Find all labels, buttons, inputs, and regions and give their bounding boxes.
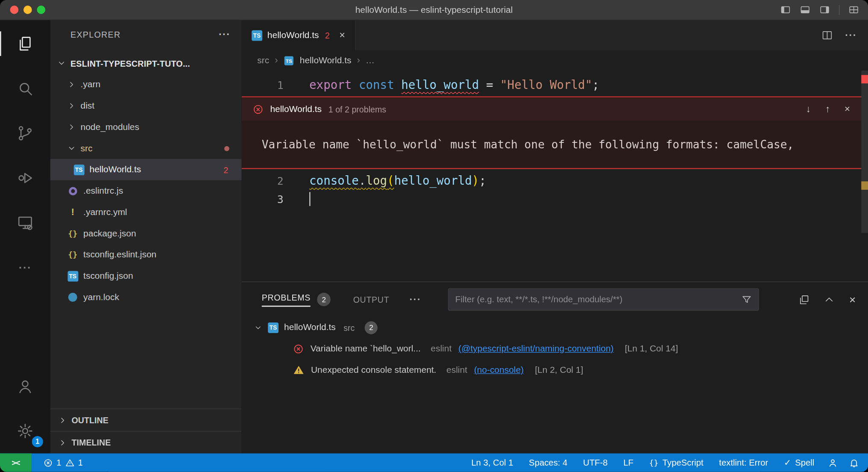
additional-views-icon[interactable]: ··· [0, 245, 50, 290]
editor-scrollbar[interactable] [861, 71, 868, 282]
title-bar: helloWorld.ts — eslint-typescript-tutori… [0, 0, 868, 20]
minimize-window-button[interactable] [23, 6, 32, 14]
feedback-person-icon[interactable] [822, 457, 844, 468]
sidebar-item-yarn-folder[interactable]: .yarn [50, 74, 242, 95]
timeline-section-header[interactable]: TIMELINE [50, 431, 242, 453]
json-file-icon: {} [67, 250, 78, 259]
code-line-2[interactable]: 2 console.log(hello_world); [242, 171, 868, 190]
tab-problems[interactable]: PROBLEMS 2 [262, 292, 331, 307]
peek-message-area[interactable]: Variable name `hello_world` must match o… [242, 121, 862, 168]
problems-filter-input[interactable] [455, 295, 737, 305]
file-label: .eslintrc.js [83, 186, 123, 196]
activity-bar: ··· 1 [0, 20, 50, 453]
window-title: helloWorld.ts — eslint-typescript-tutori… [0, 5, 868, 15]
sidebar-item-dist-folder[interactable]: dist [50, 95, 242, 117]
problem-source: eslint [431, 344, 452, 354]
editor-actions: ··· [821, 20, 868, 50]
warning-icon [65, 458, 74, 467]
file-label: tsconfig.json [83, 271, 133, 281]
error-icon [253, 104, 264, 115]
problems-file-group[interactable]: TS helloWorld.ts src 2 [242, 317, 868, 338]
problem-row-error[interactable]: Variable name `hello_worl... eslint (@ty… [242, 338, 868, 360]
toggle-sidebar-icon[interactable] [780, 4, 791, 15]
breadcrumb-symbol[interactable]: … [366, 56, 375, 66]
open-in-editor-icon[interactable] [799, 294, 809, 305]
sidebar-item-tsconfig-file[interactable]: TS tsconfig.json [50, 266, 242, 287]
tab-output[interactable]: OUTPUT [353, 295, 390, 304]
breadcrumb-file[interactable]: helloWorld.ts [300, 56, 352, 66]
run-debug-icon[interactable] [0, 156, 50, 201]
yaml-file-icon: ! [67, 206, 78, 218]
tab-helloworld[interactable]: TS helloWorld.ts 2 × [242, 20, 356, 50]
close-panel-icon[interactable]: × [849, 293, 856, 306]
sidebar-item-yarnrc-file[interactable]: ! .yarnrc.yml [50, 201, 242, 223]
explorer-more-actions-icon[interactable]: ··· [219, 28, 230, 40]
toggle-secondary-sidebar-icon[interactable] [819, 4, 830, 15]
code-editor[interactable]: 1 export const hello_world = "Hello Worl… [242, 71, 868, 282]
end-of-line[interactable]: LF [616, 454, 641, 472]
sidebar-item-helloworld-file[interactable]: TS helloWorld.ts 2 [50, 159, 242, 180]
toggle-panel-icon[interactable] [800, 4, 810, 15]
folder-label: node_modules [81, 122, 139, 132]
typescript-file-icon: TS [284, 56, 293, 65]
previous-problem-icon[interactable]: ↑ [825, 103, 830, 115]
sidebar-item-tsconfig-eslint-file[interactable]: {} tsconfig.eslint.json [50, 244, 242, 266]
sidebar-header: EXPLORER ··· [50, 20, 242, 48]
activity-bar-bottom: 1 [0, 364, 50, 453]
code-text [309, 192, 311, 206]
folder-label: dist [81, 101, 95, 111]
group-file-path: src [343, 323, 355, 332]
status-bar: >< 1 1 Ln 3, Col 1 Spaces: 4 UTF-8 LF {}… [0, 454, 868, 472]
problem-location: [Ln 1, Col 14] [625, 344, 678, 354]
peek-close-icon[interactable]: × [845, 103, 850, 115]
status-problems[interactable]: 1 1 [31, 457, 83, 468]
check-icon: ✓ [784, 457, 791, 468]
outline-section-header[interactable]: OUTLINE [50, 409, 242, 431]
indentation[interactable]: Spaces: 4 [521, 454, 575, 472]
scrollbar-thumb[interactable] [861, 71, 868, 233]
settings-gear-icon[interactable]: 1 [0, 409, 50, 454]
sidebar-item-package-json-file[interactable]: {} package.json [50, 223, 242, 244]
folder-label: src [81, 143, 93, 153]
textlint-status[interactable]: textlint: Error [711, 454, 776, 472]
problem-row-warning[interactable]: Unexpected console statement. eslint (no… [242, 360, 868, 381]
search-icon[interactable] [0, 66, 50, 111]
status-bar-right: Ln 3, Col 1 Spaces: 4 UTF-8 LF {} TypeSc… [463, 454, 868, 472]
remote-indicator[interactable]: >< [0, 454, 31, 472]
tree-root-folder[interactable]: ESLINT-TYPESCRIPT-TUTO... [50, 53, 242, 74]
split-editor-icon[interactable] [821, 30, 833, 41]
sidebar-item-eslintrc-file[interactable]: .eslintrc.js [50, 180, 242, 202]
close-window-button[interactable] [10, 6, 19, 14]
modified-dot-indicator [224, 146, 229, 151]
filter-icon[interactable] [742, 295, 752, 305]
code-text: console.log(hello_world); [309, 174, 486, 187]
notifications-bell-icon[interactable] [843, 457, 868, 468]
sidebar-item-yarn-lock-file[interactable]: yarn.lock [50, 286, 242, 308]
source-control-icon[interactable] [0, 111, 50, 156]
spell-checker[interactable]: ✓ Spell [776, 454, 822, 472]
accounts-icon[interactable] [0, 364, 50, 409]
tab-close-icon[interactable]: × [339, 30, 345, 41]
tab-problems-badge: 2 [325, 30, 330, 40]
problem-rule-link[interactable]: (@typescript-eslint/naming-convention) [458, 344, 614, 354]
code-line-3[interactable]: 3 [242, 190, 868, 208]
sidebar-item-node-modules-folder[interactable]: node_modules [50, 116, 242, 138]
panel-more-tabs-icon[interactable]: ··· [409, 294, 421, 305]
encoding[interactable]: UTF-8 [575, 454, 616, 472]
problem-rule-link[interactable]: (no-console) [474, 365, 524, 375]
group-file-name: helloWorld.ts [284, 322, 336, 333]
cursor-position[interactable]: Ln 3, Col 1 [463, 454, 521, 472]
code-line-1[interactable]: 1 export const hello_world = "Hello Worl… [242, 76, 868, 94]
window-controls [0, 6, 45, 14]
sidebar-item-src-folder[interactable]: src [50, 138, 242, 159]
maximize-panel-icon[interactable] [824, 294, 835, 305]
customize-layout-icon[interactable] [848, 4, 859, 15]
chevron-right-icon [67, 101, 77, 110]
explorer-icon[interactable] [0, 21, 50, 66]
breadcrumb-folder[interactable]: src [257, 56, 269, 66]
next-problem-icon[interactable]: ↓ [806, 103, 811, 115]
editor-more-actions-icon[interactable]: ··· [845, 30, 856, 41]
language-mode[interactable]: {} TypeScript [641, 454, 711, 472]
maximize-window-button[interactable] [37, 6, 45, 14]
remote-explorer-icon[interactable] [0, 201, 50, 245]
